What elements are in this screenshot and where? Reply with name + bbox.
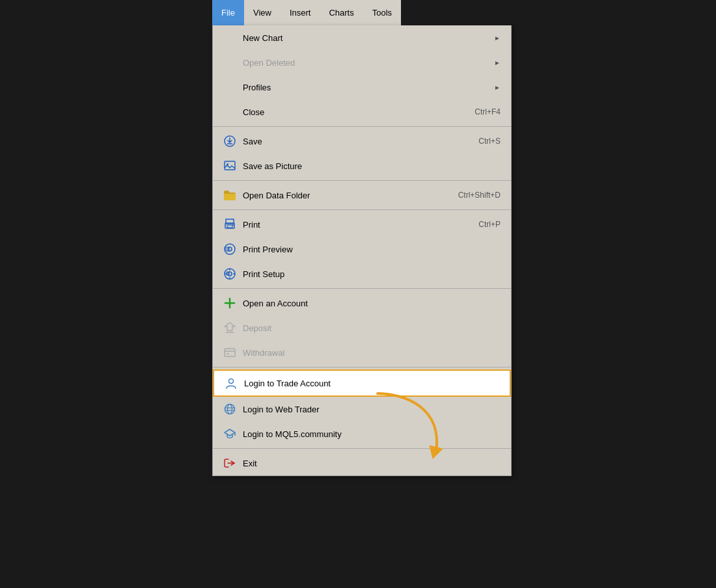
menu-tools[interactable]: Tools [363, 0, 401, 25]
menu-print-setup[interactable]: Print Setup [213, 261, 511, 286]
menu-login-web[interactable]: Login to Web Trader [213, 397, 511, 421]
menu-print[interactable]: Print Ctrl+P [213, 212, 511, 237]
no-icon [222, 55, 238, 70]
print-preview-icon [222, 241, 238, 257]
file-dropdown: New Chart ► Open Deleted ► Profiles ► Cl… [212, 25, 512, 476]
picture-icon [222, 158, 238, 174]
separator-1 [213, 126, 511, 127]
plus-icon [222, 295, 238, 311]
svg-rect-17 [225, 349, 235, 356]
deposit-icon [222, 320, 238, 336]
folder-icon [222, 187, 238, 203]
svg-point-22 [228, 405, 232, 414]
menu-save-as-picture[interactable]: Save as Picture [213, 154, 511, 178]
menu-close[interactable]: Close Ctrl+F4 [213, 100, 511, 124]
print-icon [222, 217, 238, 232]
menu-open-deleted[interactable]: Open Deleted ► [213, 50, 511, 75]
menu-insert[interactable]: Insert [281, 0, 320, 25]
withdrawal-icon [222, 345, 238, 360]
menu-withdrawal[interactable]: Withdrawal [213, 340, 511, 365]
separator-5 [213, 367, 511, 368]
svg-point-21 [225, 405, 235, 414]
submenu-arrow: ► [494, 84, 501, 91]
svg-point-20 [229, 379, 234, 384]
menu-open-account[interactable]: Open an Account [213, 291, 511, 315]
svg-point-9 [228, 247, 232, 251]
menu-login-trade[interactable]: Login to Trade Account [213, 369, 511, 397]
no-icon [222, 104, 238, 120]
submenu-arrow: ► [494, 59, 501, 66]
menu-open-data-folder[interactable]: Open Data Folder Ctrl+Shift+D [213, 183, 511, 207]
user-icon [223, 375, 239, 391]
print-setup-icon [222, 266, 238, 282]
separator-2 [213, 180, 511, 181]
menu-deposit[interactable]: Deposit [213, 315, 511, 340]
no-icon [222, 30, 238, 46]
no-icon [222, 79, 238, 95]
separator-3 [213, 209, 511, 210]
separator-4 [213, 288, 511, 289]
graduation-icon [222, 426, 238, 442]
svg-rect-6 [227, 225, 232, 228]
menu-profiles[interactable]: Profiles ► [213, 75, 511, 100]
menu-login-mql5[interactable]: Login to MQL5.community [213, 421, 511, 446]
svg-rect-2 [225, 161, 235, 170]
menu-print-preview[interactable]: Print Preview [213, 237, 511, 261]
menu-bar: File View Insert Charts Tools [212, 0, 401, 25]
save-icon [222, 133, 238, 149]
menu-new-chart[interactable]: New Chart ► [213, 25, 511, 50]
menu-exit[interactable]: Exit [213, 451, 511, 475]
menu-charts[interactable]: Charts [320, 0, 363, 25]
menu-save[interactable]: Save Ctrl+S [213, 129, 511, 154]
globe-icon [222, 401, 238, 417]
exit-icon [222, 455, 238, 471]
separator-6 [213, 448, 511, 449]
svg-point-7 [232, 224, 234, 226]
menu-file[interactable]: File [212, 0, 244, 25]
submenu-arrow: ► [494, 34, 501, 42]
menu-view[interactable]: View [244, 0, 281, 25]
svg-marker-25 [225, 429, 235, 436]
